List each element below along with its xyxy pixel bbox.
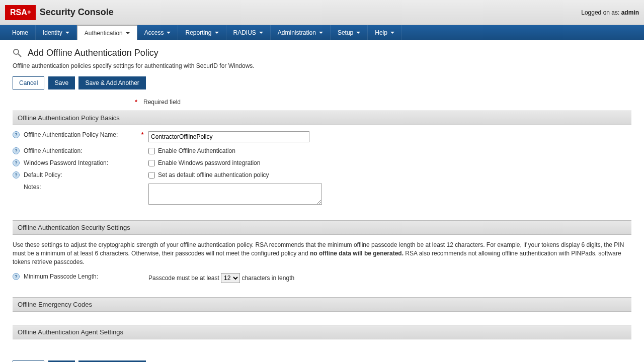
app-header: RSA® Security Console Logged on as: admi… [0,0,644,25]
chevron-down-icon [167,32,171,34]
section-agent-header: Offline Authentication Agent Settings [13,325,631,339]
security-description: Use these settings to adjust the cryptog… [13,241,631,266]
chevron-down-icon [65,32,69,34]
chevron-down-icon [259,32,263,34]
required-star-icon: * [141,131,144,138]
page-icon [13,48,23,58]
nav-authentication[interactable]: Authentication [77,25,137,40]
nav-access[interactable]: Access [137,25,179,40]
top-button-row: Cancel Save Save & Add Another [13,76,631,89]
help-icon[interactable]: ? [13,159,20,166]
chevron-down-icon [356,32,360,34]
console-title: Security Console [40,7,114,18]
enable-offline-checkbox-label[interactable]: Enable Offline Authentication [148,147,631,154]
help-icon[interactable]: ? [13,273,20,280]
nav-help[interactable]: Help [368,25,402,40]
help-icon[interactable]: ? [13,171,20,178]
min-passcode-select[interactable]: 12 [221,273,240,283]
section-security-header: Offline Authentication Security Settings [13,220,631,235]
save-add-another-button[interactable]: Save & Add Another [78,76,145,89]
passcode-prefix-text: Passcode must be at least [148,275,221,282]
passcode-suffix-text: characters in length [242,275,294,282]
required-field-label: Required field [143,99,181,106]
section-emergency-header: Offline Emergency Codes [13,297,631,312]
page-description: Offline authentication policies specify … [13,62,631,69]
min-passcode-label: Minimum Passcode Length: [24,273,98,280]
notes-label: Notes: [24,184,41,191]
cancel-button[interactable]: Cancel [13,76,44,89]
required-legend: * Required field [13,99,631,106]
default-policy-label: Default Policy: [24,171,62,178]
win-pass-checkbox[interactable] [148,160,155,166]
page-title: Add Offline Authentication Policy [28,48,158,58]
page-header: Add Offline Authentication Policy [13,48,631,58]
nav-setup[interactable]: Setup [331,25,368,40]
rsa-logo-icon: RSA® [5,5,36,20]
svg-line-1 [18,54,21,57]
svg-point-0 [14,49,19,54]
chevron-down-icon [126,32,130,34]
win-pass-checkbox-label[interactable]: Enable Windows password integration [148,159,631,166]
nav-reporting[interactable]: Reporting [178,25,226,40]
help-icon[interactable]: ? [13,147,20,154]
offline-auth-label: Offline Authentication: [24,147,83,154]
help-icon[interactable]: ? [13,131,20,138]
logged-on-user: Logged on as: admin [581,9,639,16]
chevron-down-icon [390,32,394,34]
required-star-icon: * [135,99,137,106]
chevron-down-icon [215,32,219,34]
default-policy-checkbox[interactable] [148,172,155,178]
nav-identity[interactable]: Identity [36,25,77,40]
main-nav: Home Identity Authentication Access Repo… [0,25,644,40]
chevron-down-icon [319,32,323,34]
section-basics-header: Offline Authentication Policy Basics [13,111,631,125]
nav-administration[interactable]: Administration [271,25,331,40]
notes-textarea[interactable] [148,184,322,205]
enable-offline-checkbox[interactable] [148,148,155,154]
policy-name-label: Offline Authentication Policy Name: [24,131,118,138]
policy-name-input[interactable] [148,131,309,142]
nav-radius[interactable]: RADIUS [226,25,271,40]
default-policy-checkbox-label[interactable]: Set as default offline authentication po… [148,171,631,178]
win-pass-label: Windows Password Integration: [24,159,108,166]
save-button[interactable]: Save [48,76,75,89]
nav-home[interactable]: Home [5,25,36,40]
logo-area: RSA® Security Console [5,5,114,20]
